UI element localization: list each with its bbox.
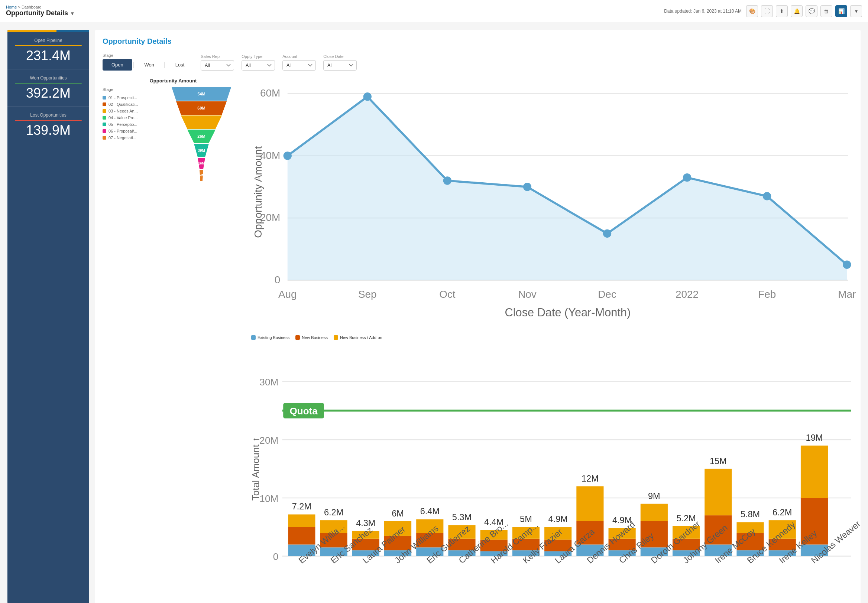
expand-button[interactable]: ⛶ [761, 5, 773, 17]
account-select[interactable]: All [282, 60, 316, 71]
bar-chart-legend: Existing Business New Business New Busin… [251, 335, 853, 340]
oppty-type-select[interactable]: All [242, 60, 275, 71]
open-pipeline-divider [15, 45, 82, 46]
legend-label-07: 07 - Negotiati... [108, 136, 136, 140]
page-title-dropdown[interactable]: ▾ [71, 11, 74, 16]
bar-nicolas-addon [801, 445, 828, 498]
bar-label-ericg: 6.4M [420, 507, 440, 516]
bell-button[interactable]: 🔔 [791, 5, 803, 17]
funnel-segment-03 [181, 116, 222, 129]
funnel-label-07: 14M [198, 173, 205, 177]
share-button[interactable]: ⬆ [776, 5, 788, 17]
oppty-type-filter-group: Oppty Type All [242, 54, 275, 71]
bar-label-doroth: 9M [648, 491, 660, 501]
won-opportunities-divider [15, 83, 82, 83]
legend-existing: Existing Business [251, 335, 290, 340]
data-point-feb [763, 192, 771, 200]
bar-label-irene: 15M [710, 456, 727, 466]
breadcrumb-area: Home > Dashboard Opportunity Details ▾ [6, 5, 74, 17]
close-date-select[interactable]: All [323, 60, 357, 71]
breadcrumb-current: Dashboard [22, 5, 42, 9]
legend-item-07: 07 - Negotiati... [102, 136, 155, 140]
x-tick-feb: Feb [758, 289, 776, 300]
bar-y-axis-title: Total Amount ↑ [250, 437, 261, 501]
line-area-fill [288, 97, 847, 280]
legend-dot-02 [102, 102, 106, 106]
bar-y-20m: 20M [259, 435, 278, 446]
stage-tab-won[interactable]: Won [136, 59, 163, 71]
stage-tabs: Open | Won | Lost [102, 59, 193, 71]
line-chart-card: 60M 40M 20M 0 [251, 78, 853, 328]
bar-label-ikelee: 6.2M [772, 507, 792, 517]
funnel-chart-card: Opportunity Amount Stage 01 - Prospecti.… [102, 78, 244, 596]
legend-label-02: 02 - Qualificati... [108, 102, 138, 107]
more-button[interactable]: ▾ [850, 5, 862, 17]
main-container: Open Pipeline 231.4M Won Opportunities 3… [0, 22, 868, 603]
bar-label-bruce: 5.8M [741, 510, 760, 520]
y-tick-60: 60M [260, 87, 280, 99]
sales-rep-select[interactable]: All [201, 60, 234, 71]
chat-button[interactable]: 💬 [806, 5, 817, 17]
sales-rep-filter-group: Sales Rep All [201, 54, 234, 71]
data-point-2022 [683, 173, 691, 182]
trash-button[interactable]: 🗑 [820, 5, 832, 17]
won-opportunities-value: 392.2M [15, 86, 82, 100]
right-content: Opportunity Details Stage Open | Won | L… [95, 30, 860, 603]
right-charts-column: 60M 40M 20M 0 [251, 78, 853, 596]
legend-item-02: 02 - Qualificati... [102, 102, 155, 107]
legend-item-04: 04 - Value Pro... [102, 116, 155, 120]
bar-irene-addon [705, 469, 732, 515]
x-axis-title: Close Date (Year-Month) [505, 306, 631, 319]
legend-addon: New Business / Add-on [334, 335, 382, 340]
stage-tab-open[interactable]: Open [102, 59, 132, 71]
legend-color-new [295, 335, 300, 340]
oppty-type-filter-label: Oppty Type [242, 54, 275, 59]
legend-dot-01 [102, 96, 106, 99]
legend-label-03: 03 - Needs An... [108, 109, 138, 113]
stage-tab-lost[interactable]: Lost [166, 59, 194, 71]
legend-item-01: 01 - Prospecti... [102, 96, 155, 100]
legend-dot-04 [102, 116, 106, 119]
bar-y-30m: 30M [259, 377, 278, 388]
legend-text-addon: New Business / Add-on [340, 335, 382, 340]
data-point-sep [363, 93, 372, 100]
legend-item-03: 03 - Needs An... [102, 109, 155, 113]
funnel-svg-container: 54M 60M 26M 39M [159, 87, 244, 191]
bar-label-garza: 4.9M [549, 515, 568, 524]
palette-button[interactable]: 🎨 [746, 5, 758, 17]
x-tick-dec: Dec [598, 289, 617, 300]
header-right: Data updated: Jan 6, 2023 at 11:10 AM 🎨 … [664, 5, 862, 17]
bar-label-evelyn: 7.2M [292, 502, 312, 512]
funnel-label-05: 39M [198, 148, 205, 153]
legend-label-05: 05 - Perceptio... [108, 122, 138, 127]
x-tick-2022: 2022 [676, 289, 699, 300]
account-filter-label: Account [282, 54, 316, 59]
page-title-header: Opportunity Details ▾ [6, 9, 74, 17]
funnel-label-02: 60M [197, 106, 205, 110]
bar-label-nicolas: 19M [806, 433, 823, 442]
x-tick-mar: Mar [838, 289, 856, 300]
charts-area: Opportunity Amount Stage 01 - Prospecti.… [102, 78, 853, 596]
bar-y-0: 0 [273, 551, 279, 563]
y-axis-title: Opportunity Amount [252, 146, 264, 238]
breadcrumb: Home > Dashboard [6, 5, 74, 9]
x-tick-oct: Oct [439, 289, 456, 300]
legend-text-new: New Business [302, 335, 328, 340]
data-point-mar [843, 261, 851, 269]
close-date-filter-label: Close Date [323, 54, 357, 59]
chart-button[interactable]: 📊 [835, 5, 847, 17]
sales-rep-filter-label: Sales Rep [201, 54, 234, 59]
legend-dot-03 [102, 109, 106, 113]
line-chart-svg: 60M 40M 20M 0 [251, 78, 853, 327]
home-link[interactable]: Home [6, 5, 17, 9]
legend-dot-07 [102, 136, 106, 140]
bar-chart-card: Existing Business New Business New Busin… [251, 335, 853, 596]
bar-dennis-addon [576, 486, 603, 521]
x-tick-aug: Aug [278, 289, 297, 300]
sidebar-metric-lost: Lost Opportunities 139.9M [8, 107, 89, 144]
legend-label-04: 04 - Value Pro... [108, 116, 138, 120]
stage-filter-group: Stage Open | Won | Lost [102, 53, 193, 71]
legend-item-06: 06 - Proposal/... [102, 129, 155, 133]
lost-opportunities-label: Lost Opportunities [15, 113, 82, 118]
open-pipeline-label: Open Pipeline [15, 38, 82, 43]
